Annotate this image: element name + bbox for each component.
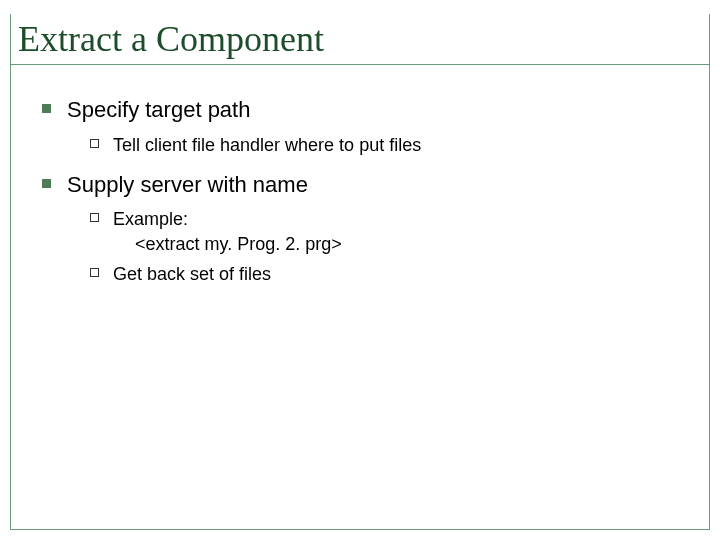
bullet-l1-text: Specify target path xyxy=(67,96,250,125)
square-bullet-icon xyxy=(42,179,51,188)
bullet-l2: Tell client file handler where to put fi… xyxy=(90,133,690,157)
square-bullet-icon xyxy=(42,104,51,113)
slide-title: Extract a Component xyxy=(18,18,330,64)
title-underline xyxy=(10,64,710,65)
hollow-square-bullet-icon xyxy=(90,213,99,222)
bullet-l1: Supply server with name xyxy=(42,171,690,200)
bullet-l1-text: Supply server with name xyxy=(67,171,308,200)
slide: Extract a Component Specify target path … xyxy=(0,0,720,540)
bullet-l2-text: Tell client file handler where to put fi… xyxy=(113,133,421,157)
bullet-l2-text: Example: <extract my. Prog. 2. prg> xyxy=(113,207,342,256)
hollow-square-bullet-icon xyxy=(90,268,99,277)
bullet-l2: Get back set of files xyxy=(90,262,690,286)
example-code: <extract my. Prog. 2. prg> xyxy=(113,232,342,256)
slide-content: Specify target path Tell client file han… xyxy=(42,96,690,292)
example-label: Example: xyxy=(113,209,188,229)
hollow-square-bullet-icon xyxy=(90,139,99,148)
bullet-l2: Example: <extract my. Prog. 2. prg> xyxy=(90,207,690,256)
bullet-l1: Specify target path xyxy=(42,96,690,125)
bullet-l2-text: Get back set of files xyxy=(113,262,271,286)
